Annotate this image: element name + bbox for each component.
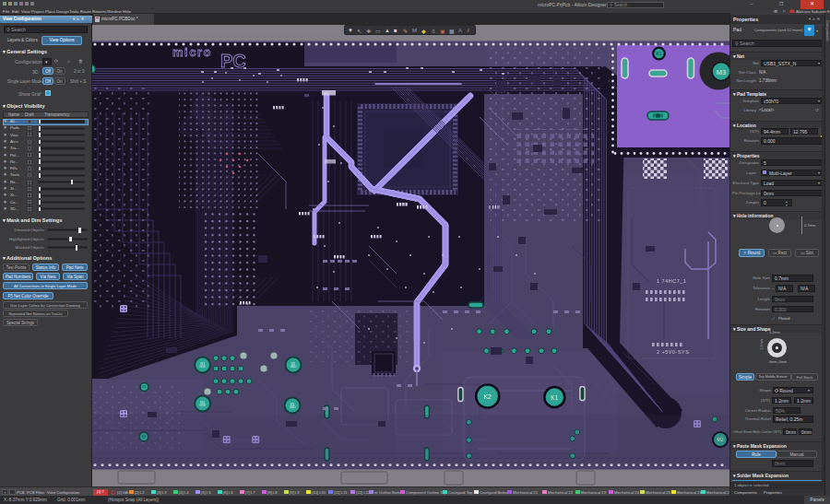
svg-text:K1: K1 — [551, 394, 558, 401]
svg-text:2 +5V0-SYS: 2 +5V0-SYS — [657, 349, 689, 355]
svg-text:micro: micro — [172, 45, 212, 59]
svg-text:GND: GND — [199, 404, 207, 407]
svg-text:GND: GND — [199, 365, 207, 369]
svg-text:K1: K1 — [657, 52, 662, 56]
svg-text:K2: K2 — [143, 385, 147, 389]
svg-text:M3: M3 — [717, 68, 726, 76]
svg-text:GND: GND — [290, 405, 297, 409]
svg-text:K2: K2 — [483, 393, 492, 400]
svg-text:GND: GND — [290, 365, 298, 369]
svg-text:1 74HC7_1: 1 74HC7_1 — [657, 278, 686, 284]
